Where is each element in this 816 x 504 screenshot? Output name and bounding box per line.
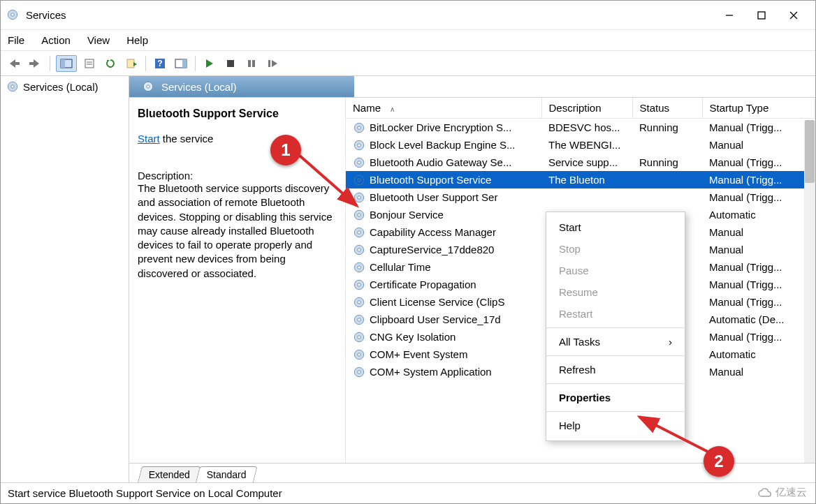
- context-menu-separator: [546, 411, 685, 412]
- window-controls: [713, 1, 810, 30]
- start-service-link[interactable]: Start: [138, 133, 160, 144]
- service-name-cell: BitLocker Drive Encryption S...: [346, 119, 541, 136]
- menubar: File Action View Help: [1, 30, 815, 51]
- svg-point-61: [358, 370, 361, 373]
- svg-point-47: [358, 248, 361, 251]
- refresh-button[interactable]: [102, 55, 119, 72]
- restart-service-button[interactable]: [264, 55, 281, 72]
- service-name-cell: Certificate Propagation: [346, 276, 541, 293]
- menu-view[interactable]: View: [87, 34, 110, 46]
- service-name-cell: Bluetooth Audio Gateway Se...: [346, 154, 541, 171]
- service-startup-cell: Manual (Trigg...: [702, 154, 815, 171]
- service-startup-cell: Automatic: [702, 346, 815, 363]
- context-menu-properties[interactable]: Properties: [546, 387, 685, 408]
- tab-extended[interactable]: Extended: [138, 466, 201, 482]
- tab-standard[interactable]: Standard: [196, 466, 258, 482]
- service-name-cell: Bluetooth Support Service: [346, 171, 541, 188]
- service-name-cell: CNG Key Isolation: [346, 328, 541, 346]
- service-desc-cell: BDESVC hos...: [541, 119, 632, 137]
- table-row[interactable]: Bluetooth User Support SerManual (Trigg.…: [346, 188, 815, 206]
- svg-rect-16: [127, 59, 134, 68]
- service-startup-cell: Manual (Trigg...: [702, 188, 815, 206]
- tree-item-label: Services (Local): [23, 81, 99, 93]
- cloud-icon: [757, 487, 773, 498]
- show-hide-action-pane-button[interactable]: [173, 55, 189, 72]
- table-row[interactable]: Block Level Backup Engine S...The WBENGI…: [346, 136, 815, 154]
- service-startup-cell: Manual (Trigg...: [702, 276, 815, 293]
- context-menu-separator: [546, 383, 685, 384]
- services-app-icon: [6, 8, 20, 22]
- chevron-right-icon: ›: [669, 336, 672, 348]
- service-startup-cell: Manual: [702, 363, 815, 380]
- properties-toolbar-button[interactable]: [81, 55, 98, 72]
- column-header-startup[interactable]: Startup Type: [702, 98, 815, 119]
- service-startup-cell: Manual: [702, 223, 815, 241]
- svg-rect-26: [268, 60, 270, 67]
- forward-button[interactable]: [27, 55, 44, 72]
- list-scrollbar[interactable]: [804, 120, 815, 463]
- service-status-cell: [632, 171, 702, 188]
- service-startup-cell: Manual (Trigg...: [702, 258, 815, 276]
- table-row[interactable]: Bluetooth Support ServiceThe BluetonManu…: [346, 171, 815, 188]
- column-header-description[interactable]: Description: [541, 98, 632, 119]
- service-startup-cell: Automatic (De...: [702, 311, 815, 328]
- menu-action[interactable]: Action: [41, 34, 71, 46]
- svg-marker-6: [10, 59, 15, 68]
- column-header-name[interactable]: Name ∧: [346, 98, 541, 119]
- close-button[interactable]: [778, 1, 810, 30]
- svg-point-29: [11, 85, 15, 89]
- menu-file[interactable]: File: [8, 34, 24, 46]
- service-startup-cell: Manual: [702, 136, 815, 154]
- svg-point-33: [358, 126, 361, 129]
- service-startup-cell: Automatic: [702, 206, 815, 223]
- detail-service-name: Bluetooth Support Service: [138, 108, 334, 120]
- context-menu: StartStopPauseResumeRestartAll Tasks›Ref…: [546, 212, 685, 441]
- start-service-button[interactable]: [201, 55, 218, 72]
- maximize-button[interactable]: [745, 1, 778, 30]
- right-header-title: Services (Local): [161, 81, 237, 93]
- annotation-badge-1: 1: [270, 135, 301, 165]
- stop-service-button[interactable]: [222, 55, 239, 72]
- table-row[interactable]: Bluetooth Audio Gateway Se...Service sup…: [346, 154, 815, 171]
- svg-line-63: [300, 156, 357, 206]
- service-name-cell: CaptureService_17dde820: [346, 241, 541, 258]
- svg-point-35: [358, 143, 361, 147]
- scrollbar-thumb[interactable]: [805, 120, 815, 183]
- context-menu-refresh[interactable]: Refresh: [546, 359, 685, 380]
- minimize-button[interactable]: [713, 1, 745, 30]
- svg-rect-24: [248, 60, 251, 67]
- svg-point-59: [358, 353, 361, 356]
- svg-point-51: [358, 283, 361, 286]
- table-row[interactable]: BitLocker Drive Encryption S...BDESVC ho…: [346, 119, 815, 137]
- status-text: Start service Bluetooth Support Service …: [8, 487, 282, 499]
- export-list-button[interactable]: [123, 55, 140, 72]
- service-name-cell: COM+ Event System: [346, 346, 541, 363]
- toolbar-separator: [50, 56, 50, 71]
- svg-point-57: [358, 335, 361, 339]
- service-name-cell: Block Level Backup Engine S...: [346, 136, 541, 154]
- show-hide-tree-button[interactable]: [56, 55, 77, 72]
- service-startup-cell: Manual: [702, 241, 815, 258]
- pause-service-button[interactable]: [243, 55, 260, 72]
- sort-indicator-icon: ∧: [390, 105, 395, 113]
- menu-help[interactable]: Help: [126, 34, 148, 46]
- svg-point-43: [358, 213, 361, 216]
- annotation-arrow-1: [297, 153, 367, 213]
- column-header-status[interactable]: Status: [632, 98, 702, 119]
- context-menu-all-tasks[interactable]: All Tasks›: [546, 331, 685, 353]
- context-menu-start[interactable]: Start: [546, 216, 685, 238]
- svg-rect-23: [227, 60, 234, 67]
- svg-rect-9: [29, 62, 34, 65]
- svg-text:?: ?: [157, 59, 162, 68]
- toolbar-separator: [145, 56, 146, 71]
- service-startup-cell: Manual (Trigg...: [702, 293, 815, 311]
- svg-rect-12: [85, 59, 94, 68]
- svg-rect-11: [61, 59, 65, 68]
- service-startup-cell: Manual (Trigg...: [702, 171, 815, 188]
- service-name-cell: Bonjour Service: [346, 206, 541, 223]
- help-toolbar-button[interactable]: ?: [152, 55, 168, 72]
- back-button[interactable]: [6, 55, 23, 72]
- svg-point-45: [358, 230, 361, 234]
- tree-item-services-local[interactable]: Services (Local): [6, 80, 123, 93]
- window-title: Services: [26, 9, 66, 21]
